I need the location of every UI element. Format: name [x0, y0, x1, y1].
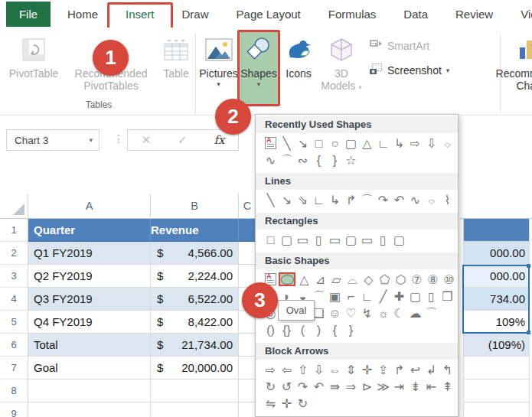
icons-button[interactable]: Icons — [281, 32, 316, 106]
file-tab[interactable]: File — [6, 2, 51, 27]
cell-c7[interactable] — [239, 357, 256, 380]
double-bracket-icon[interactable]: () — [263, 322, 279, 338]
elbow-double-arrow-connector-icon[interactable]: ↱ — [343, 192, 359, 208]
row-header-6[interactable]: 6 — [0, 334, 28, 357]
snip-same-side-corner-rectangle-icon[interactable]: ▯ — [311, 232, 327, 248]
tab-formulas[interactable]: Formulas — [315, 0, 390, 28]
up-arrow-callout-icon[interactable]: ⇞ — [439, 379, 455, 395]
cell-c8[interactable] — [239, 380, 256, 402]
left-brace-icon[interactable]: { — [311, 152, 327, 168]
cell-a6[interactable]: Total — [28, 334, 151, 357]
down-arrow-icon[interactable]: ⇩ — [311, 362, 327, 378]
row-header-4[interactable]: 4 — [0, 288, 28, 311]
rectangle-icon[interactable]: □ — [263, 232, 279, 248]
curved-left-arrow-icon[interactable]: ↺ — [279, 379, 295, 395]
cell-b5[interactable]: $8,422.00 — [151, 311, 239, 334]
l-shape-icon[interactable]: ∟ — [359, 288, 375, 305]
row-header-9[interactable]: 9 — [0, 402, 28, 417]
quad-arrow-icon[interactable]: ✛ — [359, 362, 375, 378]
elbow-connector-icon[interactable]: ∟ — [375, 135, 391, 151]
tab-page-layout[interactable]: Page Layout — [223, 0, 315, 28]
cell-b9[interactable] — [151, 402, 239, 417]
cell-a7[interactable]: Goal — [28, 357, 151, 380]
pictures-dropdown-caret[interactable]: ▾ — [217, 80, 220, 89]
cell-b6[interactable]: $21,734.00 — [151, 334, 239, 357]
table-button[interactable]: Table — [158, 32, 194, 106]
tab-insert[interactable]: Insert — [112, 0, 168, 28]
scribble-icon[interactable]: ∿ — [263, 152, 279, 168]
screenshot-button[interactable]: Screenshot ▾ — [369, 63, 449, 77]
freeform-icon[interactable]: ⌔ — [423, 192, 439, 208]
right-triangle-icon[interactable]: ⊿ — [312, 272, 328, 288]
enter-icon[interactable]: ✓ — [178, 133, 188, 147]
3d-models-button[interactable]: 3D Models ▾ — [318, 32, 365, 106]
line-double-arrow-icon[interactable]: ⇘ — [295, 192, 311, 208]
pictures-button[interactable]: Pictures ▾ — [198, 32, 239, 106]
cell-c2[interactable] — [239, 242, 256, 265]
column-header-c[interactable]: C — [239, 194, 256, 218]
recommended-charts-button[interactable]: ? Recommended Charts — [503, 32, 532, 106]
round-diagonal-corner-rectangle-icon[interactable]: ▢ — [391, 232, 407, 248]
line-icon[interactable]: ╲ — [263, 192, 279, 208]
diamond-icon[interactable]: ◇ — [361, 272, 377, 288]
right-arrow-icon[interactable]: ⇨ — [263, 362, 279, 378]
left-right-arrow-callout-icon[interactable]: ⇋ — [263, 396, 279, 412]
shapes-dropdown-caret[interactable]: ▾ — [257, 80, 261, 89]
hexagon-icon[interactable]: ⬡ — [393, 272, 409, 288]
cell-b2[interactable]: $4,566.00 — [151, 242, 239, 265]
cell-right-8[interactable] — [463, 380, 530, 402]
curved-up-arrow-icon[interactable]: ↷ — [295, 379, 311, 395]
elbow-arrow-connector-icon[interactable]: ↳ — [391, 135, 407, 151]
cell-b3[interactable]: $2,224.00 — [151, 265, 239, 288]
cell-a4[interactable]: Q3 FY2019 — [28, 288, 151, 311]
u-turn-arrow-icon[interactable]: ↩ — [407, 362, 423, 378]
3d-models-dropdown-caret[interactable]: ▾ — [358, 83, 362, 91]
regular-pentagon-icon[interactable]: ⬠ — [377, 272, 393, 288]
left-up-arrow-icon[interactable]: ↲ — [423, 362, 439, 378]
curved-double-arrow-connector-icon[interactable]: ↶ — [391, 192, 407, 208]
chevron-arrow-icon[interactable]: ≫ — [375, 379, 391, 395]
star-5-point-icon[interactable]: ☆ — [343, 152, 359, 168]
parallelogram-icon[interactable]: ▱ — [328, 272, 344, 288]
curved-connector-icon[interactable]: ⌒ — [359, 192, 375, 208]
rounded-rectangle-icon[interactable]: ▢ — [343, 135, 359, 151]
right-brace-icon[interactable]: } — [327, 152, 343, 168]
striped-right-arrow-icon[interactable]: ⇛ — [327, 379, 343, 395]
tab-draw[interactable]: Draw — [168, 0, 223, 28]
cell-right-6[interactable]: (109%) — [463, 334, 530, 357]
cancel-icon[interactable]: ✕ — [141, 133, 151, 147]
line-icon[interactable]: ╲ — [279, 135, 295, 151]
cell-right-2[interactable]: 000.00 — [463, 242, 530, 265]
plaque-icon[interactable]: ▢ — [407, 288, 423, 305]
arc-icon[interactable]: ⌒ — [279, 152, 295, 168]
elbow-connector-icon[interactable]: ∟ — [311, 192, 327, 208]
round-single-corner-rectangle-icon[interactable]: ▭ — [359, 232, 375, 248]
right-arrow-callout-icon[interactable]: ⇥ — [391, 379, 407, 395]
oval-icon[interactable]: ○ — [327, 135, 343, 151]
isosceles-triangle-icon[interactable]: △ — [359, 135, 375, 151]
cell-right-1[interactable] — [463, 219, 530, 242]
decagon-icon[interactable]: ⑩ — [441, 272, 457, 288]
lightning-bolt-icon[interactable]: ↯ — [359, 305, 375, 321]
tab-home[interactable]: Home — [54, 0, 112, 28]
curved-down-arrow-icon[interactable]: ↶ — [311, 379, 327, 395]
cell-right-3[interactable]: 000.00 — [463, 265, 530, 288]
cell-b4[interactable]: $6,522.00 — [151, 288, 239, 311]
cell-a8[interactable] — [28, 380, 151, 402]
trapezoid-icon[interactable]: ⌓ — [344, 272, 361, 288]
oval-annotation-box[interactable] — [279, 272, 295, 286]
notched-right-arrow-icon[interactable]: ⇒ — [343, 379, 359, 395]
left-right-arrow-icon[interactable]: ⇔ — [327, 362, 343, 378]
left-brace-icon[interactable]: { — [327, 322, 343, 338]
cell-c1[interactable] — [239, 219, 256, 242]
right-brace-icon[interactable]: } — [343, 322, 359, 338]
cell-c6[interactable] — [239, 334, 256, 357]
up-arrow-icon[interactable]: ⇧ — [295, 362, 311, 378]
bent-arrow-icon[interactable]: ↱ — [391, 362, 407, 378]
tab-review[interactable]: Review — [442, 0, 507, 28]
freeform-icon[interactable]: ⌔ — [439, 135, 455, 151]
moon-icon[interactable]: ☾ — [391, 305, 407, 321]
pivottable-button[interactable]: PivotTable — [5, 32, 63, 106]
snip-diagonal-corner-rectangle-icon[interactable]: ▭ — [327, 232, 343, 248]
down-arrow-callout-icon[interactable]: ⇟ — [407, 379, 423, 395]
